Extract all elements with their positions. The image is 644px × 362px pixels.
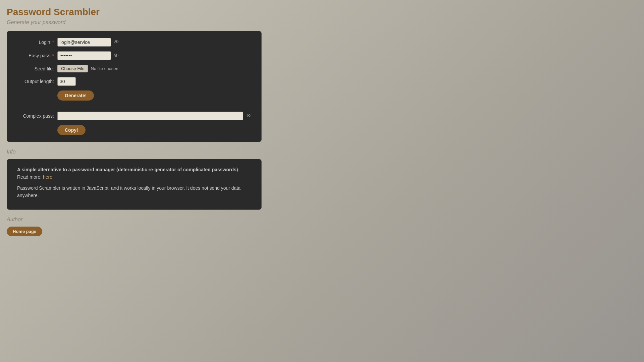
copy-button-row: Copy!	[57, 125, 251, 135]
divider	[17, 106, 251, 106]
easy-pass-required-star: *	[52, 53, 54, 58]
easy-pass-eye-icon[interactable]: 👁	[114, 53, 119, 59]
home-page-button[interactable]: Home page	[7, 227, 42, 236]
easy-pass-label: Easy pass:*	[17, 53, 54, 58]
info-description: A simple alternative to a password manag…	[17, 166, 251, 181]
generate-button-row: Generate!	[57, 90, 251, 101]
info-section-title: Info	[7, 149, 637, 155]
output-length-row: Output length:	[17, 77, 251, 86]
generate-button[interactable]: Generate!	[57, 90, 94, 101]
easy-pass-input[interactable]	[57, 51, 111, 60]
complex-pass-row: Complex pass: 👁	[17, 112, 251, 120]
output-length-label: Output length:	[17, 79, 54, 84]
login-input[interactable]	[57, 38, 111, 47]
choose-file-button[interactable]: Choose File	[57, 65, 88, 72]
complex-pass-label: Complex pass:	[17, 113, 54, 119]
here-link[interactable]: here	[43, 174, 52, 180]
file-input-wrapper: Choose File No file chosen	[57, 65, 118, 72]
complex-pass-eye-icon[interactable]: 👁	[246, 113, 251, 119]
easy-pass-row: Easy pass:* 👁	[17, 51, 251, 60]
info-card: A simple alternative to a password manag…	[7, 159, 262, 210]
login-required-star: *	[52, 40, 54, 45]
login-row: Login:* 👁	[17, 38, 251, 47]
page-title: Password Scrambler	[7, 7, 637, 17]
seed-file-label: Seed file:	[17, 66, 54, 71]
main-card: Login:* 👁 Easy pass:* 👁 Seed file: Choos…	[7, 31, 262, 142]
author-section-title: Author	[7, 217, 637, 223]
info-description2: Password Scrambler is written in JavaScr…	[17, 184, 251, 199]
page-subtitle: Generate your password	[7, 19, 637, 25]
login-label: Login:*	[17, 40, 54, 45]
login-eye-icon[interactable]: 👁	[114, 39, 119, 45]
no-file-text: No file chosen	[91, 66, 118, 71]
output-length-input[interactable]	[57, 77, 76, 86]
complex-pass-input[interactable]	[57, 112, 243, 120]
seed-file-row: Seed file: Choose File No file chosen	[17, 65, 251, 72]
copy-button[interactable]: Copy!	[57, 125, 86, 135]
